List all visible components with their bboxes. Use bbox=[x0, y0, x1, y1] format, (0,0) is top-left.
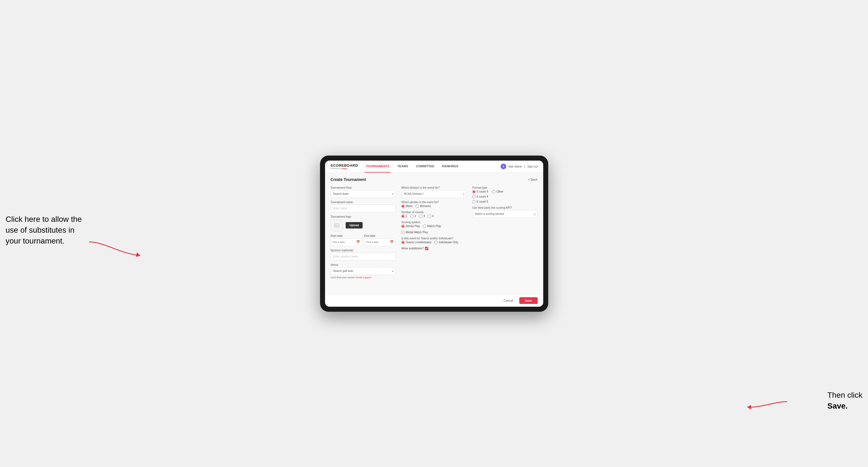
nav-tournaments[interactable]: TOURNAMENTS bbox=[365, 161, 391, 173]
left-column: Tournament Host Search team Tournament n… bbox=[331, 186, 396, 279]
nav-rankings[interactable]: RANKINGS bbox=[441, 161, 460, 173]
event-teams[interactable]: Teams (+Individuals) bbox=[401, 241, 431, 244]
rounds-3[interactable]: 3 bbox=[419, 215, 425, 218]
format-other-radio[interactable] bbox=[492, 190, 495, 193]
rounds-4[interactable]: 4 bbox=[428, 215, 434, 218]
format-5count4-radio[interactable] bbox=[472, 190, 475, 193]
scoring-api-field: Use third-party live scoring API? Select… bbox=[472, 206, 538, 218]
scoring-stroke-radio[interactable] bbox=[401, 225, 405, 228]
user-name: blair admin bbox=[508, 165, 522, 168]
end-date-wrapper[interactable]: 📅 bbox=[364, 238, 396, 246]
scoring-match[interactable]: Match Play bbox=[423, 225, 441, 228]
upload-button[interactable]: Upload bbox=[346, 222, 363, 228]
scoring-field: Scoring system Stroke Play Match Play bbox=[401, 221, 467, 234]
scoring-medal[interactable]: Medal Match Play bbox=[401, 231, 428, 234]
tournament-host-select[interactable]: Search team bbox=[331, 190, 396, 198]
nav-separator: | bbox=[524, 165, 525, 168]
calendar-icon-end: 📅 bbox=[390, 240, 394, 244]
tournament-logo-label: Tournament logo bbox=[331, 215, 396, 218]
annotation-left-text: Click here to allow the use of substitut… bbox=[6, 215, 82, 245]
venue-label: Venue bbox=[331, 263, 396, 266]
image-icon bbox=[334, 223, 340, 228]
allow-subs-label[interactable]: Allow substitutes? bbox=[401, 247, 467, 250]
scoring-match-radio[interactable] bbox=[423, 225, 426, 228]
rounds-2[interactable]: 2 bbox=[410, 215, 416, 218]
gender-mens-radio[interactable] bbox=[401, 205, 405, 208]
nav-committee[interactable]: COMMITTEE bbox=[415, 161, 435, 173]
event-for-label: Is this event for Teams and/or Individua… bbox=[401, 237, 467, 240]
logo-brand: clippd bbox=[341, 167, 347, 169]
rounds-3-radio[interactable] bbox=[419, 215, 422, 218]
scoring-medal-radio[interactable] bbox=[401, 231, 405, 234]
logo: SCOREBOARD Powered by clippd bbox=[331, 163, 358, 169]
division-select-wrapper[interactable]: NCAA Division I NCAA Division II NCAA Di… bbox=[401, 190, 467, 198]
gender-radio-group: Mens Womens bbox=[401, 205, 467, 208]
sponsor-input[interactable] bbox=[331, 253, 396, 260]
event-for-radio-group: Teams (+Individuals) Individuals Only bbox=[401, 241, 467, 244]
venue-email-link[interactable]: email support bbox=[356, 276, 371, 279]
venue-select[interactable]: Search golf club bbox=[331, 267, 396, 275]
date-row: Start date 📅 End date 📅 bbox=[331, 234, 396, 246]
division-field: Which division is the event for? NCAA Di… bbox=[401, 186, 467, 198]
rounds-2-radio[interactable] bbox=[410, 215, 413, 218]
venue-select-wrapper[interactable]: Search golf club bbox=[331, 267, 396, 275]
event-individuals[interactable]: Individuals Only bbox=[434, 241, 458, 244]
rounds-1-radio[interactable] bbox=[401, 215, 405, 218]
page-header: Create Tournament < Back bbox=[331, 177, 538, 182]
format-type-label: Format type bbox=[472, 186, 538, 189]
tournament-host-select-wrapper[interactable]: Search team bbox=[331, 190, 396, 198]
back-button[interactable]: < Back bbox=[528, 178, 538, 181]
logo-placeholder bbox=[331, 219, 343, 231]
scoring-api-select-wrapper[interactable]: Select a scoring service bbox=[472, 210, 538, 218]
gender-womens[interactable]: Womens bbox=[415, 205, 431, 208]
end-date-input[interactable] bbox=[366, 241, 390, 244]
format-6count4[interactable]: 6 count 4 bbox=[472, 195, 538, 198]
format-type-group: 5 count 4 Other 6 count 4 bbox=[472, 190, 538, 204]
event-individuals-radio[interactable] bbox=[434, 241, 437, 244]
sponsor-label: Sponsor (optional) bbox=[331, 249, 396, 252]
venue-field: Venue Search golf club Can't find your v… bbox=[331, 263, 396, 279]
svg-point-3 bbox=[335, 224, 336, 225]
event-teams-radio[interactable] bbox=[401, 241, 405, 244]
allow-subs-checkbox[interactable] bbox=[425, 247, 428, 250]
page-content: Create Tournament < Back Tournament Host… bbox=[325, 173, 543, 294]
navigation: SCOREBOARD Powered by clippd TOURNAMENTS… bbox=[325, 161, 543, 173]
gender-mens[interactable]: Mens bbox=[401, 205, 412, 208]
tablet-screen: SCOREBOARD Powered by clippd TOURNAMENTS… bbox=[325, 161, 543, 307]
annotation-right-line1: Then click bbox=[827, 391, 862, 399]
nav-teams[interactable]: TEAMS bbox=[396, 161, 409, 173]
format-6count4-radio[interactable] bbox=[472, 195, 475, 198]
annotation-right: Then click Save. bbox=[827, 390, 862, 411]
venue-hint: Can't find your venue? email support bbox=[331, 276, 396, 279]
arrow-right bbox=[746, 399, 790, 413]
rounds-4-radio[interactable] bbox=[428, 215, 431, 218]
tournament-host-field: Tournament Host Search team bbox=[331, 186, 396, 198]
tablet-frame: SCOREBOARD Powered by clippd TOURNAMENTS… bbox=[320, 156, 548, 312]
format-other[interactable]: Other bbox=[492, 190, 503, 193]
tournament-host-label: Tournament Host bbox=[331, 186, 396, 189]
annotation-left: Click here to allow the use of substitut… bbox=[6, 214, 84, 247]
save-button[interactable]: Save bbox=[519, 297, 538, 304]
end-date-label: End date bbox=[364, 234, 396, 238]
gender-womens-radio[interactable] bbox=[415, 205, 419, 208]
scoring-label: Scoring system bbox=[401, 221, 467, 224]
tournament-name-field: Tournament name bbox=[331, 201, 396, 212]
svg-marker-0 bbox=[136, 252, 141, 257]
rounds-1[interactable]: 1 bbox=[401, 215, 407, 218]
cancel-button[interactable]: Cancel bbox=[500, 297, 517, 304]
start-date-wrapper[interactable]: 📅 bbox=[331, 238, 362, 246]
division-select[interactable]: NCAA Division I NCAA Division II NCAA Di… bbox=[401, 190, 467, 198]
format-5count4[interactable]: 5 count 4 bbox=[472, 190, 488, 193]
start-date-field: Start date 📅 bbox=[331, 234, 362, 246]
scoring-api-select[interactable]: Select a scoring service bbox=[472, 210, 538, 218]
format-6count5-radio[interactable] bbox=[472, 200, 475, 204]
rounds-label: Number of rounds bbox=[401, 211, 467, 214]
rounds-radio-group: 1 2 3 4 bbox=[401, 215, 467, 218]
format-6count5[interactable]: 6 count 5 bbox=[472, 200, 538, 204]
tournament-name-input[interactable] bbox=[331, 205, 396, 212]
logo-upload-row: Upload bbox=[331, 219, 396, 231]
scoring-stroke[interactable]: Stroke Play bbox=[401, 225, 420, 228]
start-date-input[interactable] bbox=[333, 241, 356, 244]
allow-subs-field: Allow substitutes? bbox=[401, 247, 467, 250]
sign-out-link[interactable]: Sign out bbox=[527, 165, 538, 168]
